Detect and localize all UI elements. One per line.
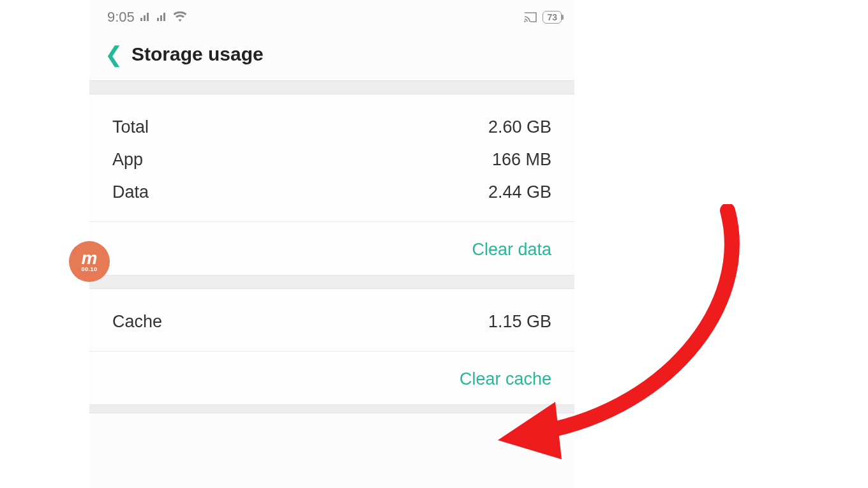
back-icon[interactable]: ❮ — [105, 43, 123, 65]
row-value: 2.44 GB — [488, 182, 551, 202]
section-divider — [89, 404, 574, 413]
cache-section: Cache 1.15 GB — [89, 289, 574, 351]
section-divider — [89, 275, 574, 289]
row-value: 166 MB — [492, 150, 551, 170]
storage-row-total: Total 2.60 GB — [112, 111, 551, 144]
storage-row-data: Data 2.44 GB — [112, 176, 551, 209]
status-time: 9:05 — [107, 9, 135, 26]
signal-icon — [140, 12, 151, 22]
clear-cache-button[interactable]: Clear cache — [89, 351, 574, 404]
storage-row-app: App 166 MB — [112, 144, 551, 176]
cast-icon — [523, 11, 537, 23]
cache-row: Cache 1.15 GB — [112, 306, 551, 338]
section-divider — [89, 80, 574, 94]
recorder-badge-icon[interactable]: m 00.10 — [69, 241, 110, 282]
page-header: ❮ Storage usage — [89, 32, 574, 80]
row-label: Total — [112, 117, 149, 137]
wifi-icon — [173, 11, 187, 23]
row-value: 2.60 GB — [488, 117, 551, 137]
badge-timer: 00.10 — [81, 267, 97, 272]
battery-indicator: 73 — [542, 11, 562, 24]
page-title: Storage usage — [131, 43, 264, 65]
row-label: Cache — [112, 312, 162, 332]
row-label: Data — [112, 182, 149, 202]
phone-screenshot: 9:05 73 ❮ Storage usage Total 2.60 GB — [89, 0, 574, 488]
storage-section: Total 2.60 GB App 166 MB Data 2.44 GB — [89, 94, 574, 221]
badge-letter: m — [82, 251, 98, 265]
signal-icon-2 — [156, 12, 168, 22]
row-label: App — [112, 150, 143, 170]
svg-point-0 — [525, 20, 526, 22]
row-value: 1.15 GB — [488, 312, 551, 332]
status-bar: 9:05 73 — [89, 0, 574, 32]
clear-data-button[interactable]: Clear data — [89, 222, 574, 275]
